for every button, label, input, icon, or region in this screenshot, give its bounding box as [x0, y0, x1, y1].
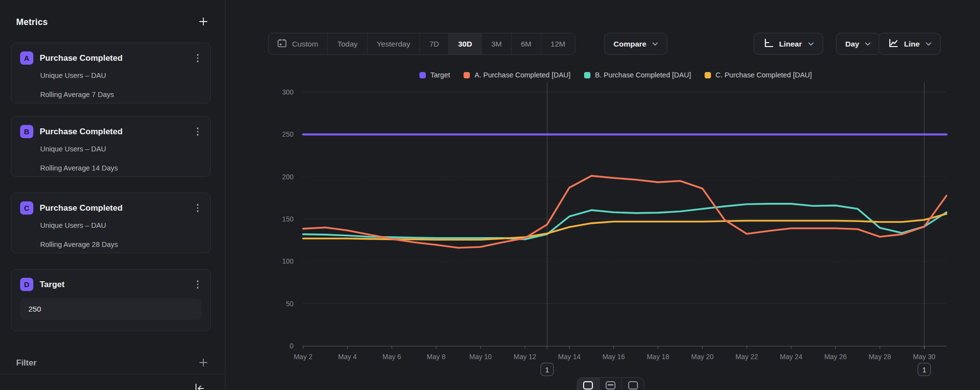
metric-card-head: B Purchase Completed — [20, 125, 201, 138]
metric-title: Purchase Completed — [40, 53, 188, 63]
plus-icon — [197, 16, 209, 29]
target-title: Target — [40, 280, 188, 290]
metric-card-a[interactable]: A Purchase Completed Unique Users – DAU … — [11, 43, 211, 103]
sidebar-header: Metrics — [16, 14, 209, 30]
metrics-sidebar: Metrics A Purchase Completed Unique User… — [0, 0, 225, 390]
svg-text:May 18: May 18 — [647, 353, 669, 361]
sidebar-divider — [0, 374, 225, 374]
svg-text:May 22: May 22 — [735, 353, 758, 361]
filter-section: Filter — [16, 355, 209, 371]
split-view-toggle[interactable] — [599, 378, 622, 390]
svg-text:May 28: May 28 — [869, 353, 891, 361]
kebab-menu-icon[interactable] — [194, 52, 202, 64]
kebab-menu-icon[interactable] — [194, 202, 202, 214]
metric-measure: Unique Users – DAU — [40, 72, 201, 79]
sidebar-title: Metrics — [16, 17, 48, 27]
svg-text:May 16: May 16 — [602, 353, 625, 361]
kebab-menu-icon[interactable] — [194, 278, 202, 291]
svg-text:May 4: May 4 — [338, 353, 357, 361]
target-card[interactable]: D Target — [11, 269, 211, 331]
metric-measure: Unique Users – DAU — [40, 145, 201, 153]
svg-text:250: 250 — [282, 130, 294, 138]
filter-label: Filter — [16, 358, 37, 368]
plus-icon — [197, 357, 209, 370]
target-value-input[interactable] — [20, 298, 201, 320]
table-view-toggle[interactable] — [621, 378, 644, 390]
target-card-head: D Target — [20, 278, 201, 291]
svg-text:May 24: May 24 — [780, 353, 803, 361]
metric-title: Purchase Completed — [40, 203, 188, 213]
split-view-icon — [606, 381, 615, 390]
collapse-panel-icon — [193, 382, 206, 390]
svg-text:50: 50 — [286, 300, 294, 308]
metric-badge: B — [20, 125, 33, 138]
svg-text:1: 1 — [922, 366, 926, 374]
svg-text:200: 200 — [282, 173, 294, 181]
metric-transform: Rolling Average 28 Days — [40, 241, 201, 248]
line-chart-canvas[interactable]: 05010015020025030011May 2May 4May 6May 8… — [226, 0, 980, 390]
chart-panel: Custom Today Yesterday 7D 30D 3M 6M 12M … — [226, 0, 980, 390]
svg-text:May 10: May 10 — [469, 353, 492, 361]
metric-transform: Rolling Average 7 Days — [40, 91, 201, 98]
svg-text:May 12: May 12 — [514, 353, 536, 361]
svg-text:0: 0 — [290, 342, 294, 350]
add-filter-button[interactable] — [197, 357, 209, 370]
metric-badge: C — [20, 201, 33, 215]
metric-card-c[interactable]: C Purchase Completed Unique Users – DAU … — [11, 193, 211, 253]
chart-view-toggle[interactable] — [577, 378, 599, 390]
svg-text:100: 100 — [282, 257, 294, 265]
metric-badge: A — [20, 51, 33, 65]
svg-text:May 14: May 14 — [558, 353, 581, 361]
metric-transform: Rolling Average 14 Days — [40, 164, 201, 172]
metric-title: Purchase Completed — [40, 127, 188, 137]
metric-card-b[interactable]: B Purchase Completed Unique Users – DAU … — [11, 116, 211, 177]
svg-text:May 26: May 26 — [824, 353, 847, 361]
svg-text:150: 150 — [282, 215, 294, 223]
svg-text:May 8: May 8 — [427, 353, 445, 361]
collapse-sidebar-button[interactable] — [193, 382, 206, 390]
kebab-menu-icon[interactable] — [194, 125, 202, 138]
view-toggle-bar — [577, 377, 644, 390]
metric-badge: D — [20, 278, 33, 291]
svg-text:May 20: May 20 — [691, 353, 714, 361]
svg-text:1: 1 — [545, 366, 549, 374]
svg-text:May 6: May 6 — [383, 353, 401, 361]
metric-card-head: A Purchase Completed — [20, 51, 201, 65]
metric-measure: Unique Users – DAU — [40, 221, 201, 229]
svg-text:May 30: May 30 — [913, 353, 935, 361]
svg-text:May 2: May 2 — [294, 353, 312, 361]
add-metric-button[interactable] — [197, 16, 209, 29]
metric-card-head: C Purchase Completed — [20, 201, 201, 215]
svg-text:300: 300 — [282, 88, 294, 96]
table-view-icon — [628, 381, 638, 390]
chart-view-icon — [583, 381, 593, 390]
